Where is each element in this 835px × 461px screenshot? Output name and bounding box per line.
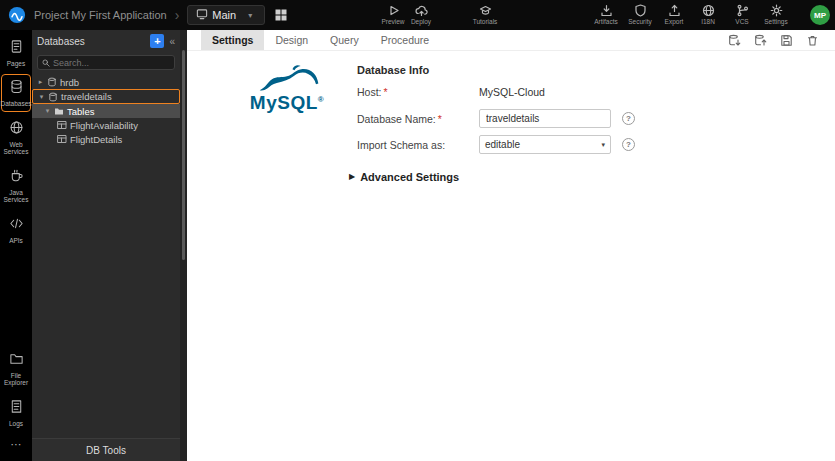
- tree-item-tables[interactable]: ▾ Tables: [32, 104, 180, 118]
- database-icon: [9, 79, 24, 98]
- caret-down-icon: ▾: [44, 107, 51, 115]
- page-icon: [196, 6, 208, 24]
- add-database-button[interactable]: +: [150, 34, 164, 48]
- db-import-icon[interactable]: [728, 34, 741, 47]
- import-schema-label: Import Schema as:: [357, 139, 479, 151]
- artifacts-button[interactable]: Artifacts: [589, 3, 623, 25]
- sidebar-item-java-services[interactable]: Java Services: [1, 163, 31, 208]
- tree-item-traveldetails[interactable]: ▾ traveldetails: [32, 89, 180, 104]
- host-label: Host:*: [357, 86, 479, 98]
- export-button[interactable]: Export: [657, 3, 691, 25]
- search-icon: [42, 59, 50, 67]
- file-explorer-icon: [9, 351, 24, 370]
- sidebar-item-label: Databases: [0, 100, 31, 107]
- database-name-row: Database Name:* ?: [357, 109, 635, 128]
- page-selector-label: Main: [212, 9, 236, 21]
- host-row: Host:* MySQL-Cloud: [357, 86, 635, 98]
- chevron-right-icon: ›: [175, 8, 180, 22]
- more-button[interactable]: ⋯: [1, 434, 31, 454]
- deploy-label: Deploy: [411, 18, 431, 25]
- tree-item-label: FlightDetails: [70, 134, 122, 145]
- sidebar-item-databases[interactable]: Databases: [1, 74, 31, 111]
- db-tools-button[interactable]: DB Tools: [32, 438, 180, 461]
- tree-item-flightavailability[interactable]: FlightAvailability: [32, 118, 180, 132]
- advanced-settings-toggle[interactable]: ▶ Advanced Settings: [349, 171, 635, 183]
- vcs-label: VCS: [735, 18, 748, 25]
- sidebar-item-logs[interactable]: Logs: [1, 394, 31, 431]
- settings-content: MySQL® Database Info Host:* MySQL-Cloud …: [187, 51, 835, 461]
- database-icon: [47, 77, 57, 87]
- database-name-input[interactable]: [479, 109, 611, 128]
- project-title: Project My First Application: [34, 9, 167, 21]
- deploy-button[interactable]: Deploy: [404, 3, 438, 25]
- java-services-icon: [9, 168, 24, 187]
- sidebar-item-label: File Explorer: [2, 372, 30, 387]
- user-avatar[interactable]: MP: [810, 5, 830, 25]
- web-services-icon: [9, 120, 24, 139]
- chevron-down-icon: ▾: [248, 11, 252, 20]
- section-title: Database Info: [357, 64, 635, 76]
- sidebar-item-file-explorer[interactable]: File Explorer: [1, 346, 31, 391]
- export-label: Export: [665, 18, 684, 25]
- artifacts-label: Artifacts: [594, 18, 617, 25]
- help-icon[interactable]: ?: [622, 138, 635, 151]
- tutorials-button[interactable]: Tutorials: [468, 3, 502, 25]
- pages-icon: [9, 39, 24, 58]
- tab-procedure[interactable]: Procedure: [370, 30, 440, 50]
- database-info-form: Database Info Host:* MySQL-Cloud Databas…: [357, 64, 635, 183]
- globe-icon: [702, 3, 715, 17]
- select-value: editable: [485, 139, 520, 150]
- sidebar-item-label: Web Services: [2, 141, 30, 156]
- security-button[interactable]: Security: [623, 3, 657, 25]
- databases-panel: Databases + « ▸ hrdb ▾ traveldetails ▾: [32, 30, 180, 461]
- host-value: MySQL-Cloud: [479, 86, 545, 98]
- tree-item-label: traveldetails: [61, 91, 112, 102]
- page-selector[interactable]: Main ▾: [187, 5, 265, 25]
- tab-query[interactable]: Query: [319, 30, 370, 50]
- required-marker: *: [384, 86, 388, 98]
- sidebar-item-pages[interactable]: Pages: [1, 34, 31, 71]
- tree-item-label: hrdb: [60, 77, 79, 88]
- tree-item-flightdetails[interactable]: FlightDetails: [32, 132, 180, 146]
- left-rail: Pages Databases Web Services Java Servic…: [0, 30, 32, 461]
- import-schema-select[interactable]: editable ▾: [479, 135, 611, 154]
- tab-settings[interactable]: Settings: [201, 30, 264, 50]
- sidebar-item-web-services[interactable]: Web Services: [1, 115, 31, 160]
- db-export-icon[interactable]: [754, 34, 767, 47]
- help-icon[interactable]: ?: [622, 112, 635, 125]
- logs-icon: [9, 399, 24, 418]
- sidebar-item-label: APIs: [9, 237, 23, 244]
- sidebar-item-label: Pages: [7, 60, 25, 67]
- tree-item-hrdb[interactable]: ▸ hrdb: [32, 75, 180, 89]
- search-input[interactable]: [53, 58, 170, 68]
- app-logo-icon[interactable]: [8, 6, 26, 24]
- scrollbar-thumb[interactable]: [182, 50, 185, 260]
- panel-header: Databases + «: [32, 30, 180, 52]
- caret-right-icon: ▶: [349, 173, 355, 181]
- required-marker: *: [438, 113, 442, 125]
- play-icon: [387, 3, 400, 17]
- panel-title: Databases: [37, 36, 85, 47]
- topbar: Project My First Application › Main ▾ Pr…: [0, 0, 835, 30]
- database-icon: [48, 92, 58, 102]
- sidebar-item-apis[interactable]: APIs: [1, 211, 31, 248]
- delete-icon[interactable]: [806, 34, 819, 47]
- import-schema-row: Import Schema as: editable ▾ ?: [357, 135, 635, 154]
- vcs-button[interactable]: VCS: [725, 3, 759, 25]
- layout-grid-icon[interactable]: [275, 9, 287, 21]
- export-icon: [668, 3, 681, 17]
- advanced-settings-label: Advanced Settings: [360, 171, 459, 183]
- table-icon: [57, 134, 67, 144]
- caret-right-icon: ▸: [37, 78, 44, 86]
- tab-design[interactable]: Design: [264, 30, 319, 50]
- preview-label: Preview: [381, 18, 404, 25]
- save-icon[interactable]: [780, 34, 793, 47]
- db-tabbar: Settings Design Query Procedure: [187, 30, 835, 51]
- settings-button[interactable]: Settings: [759, 3, 793, 25]
- collapse-panel-icon[interactable]: «: [169, 36, 175, 47]
- security-label: Security: [628, 18, 651, 25]
- database-name-label: Database Name:*: [357, 113, 479, 125]
- i18n-button[interactable]: I18N: [691, 3, 725, 25]
- tutorials-label: Tutorials: [473, 18, 498, 25]
- gear-icon: [770, 3, 783, 17]
